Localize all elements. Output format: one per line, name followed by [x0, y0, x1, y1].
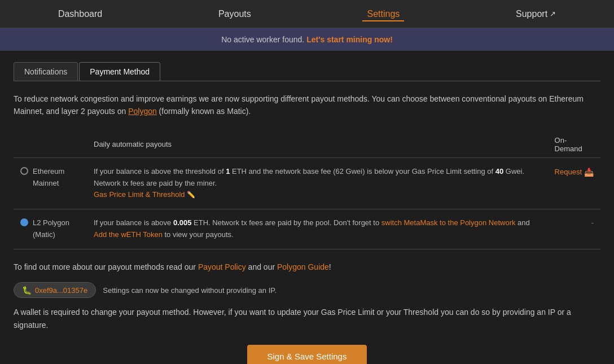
wallet-note: Settings can now be changed without prov…	[103, 286, 277, 295]
polygon-guide-link[interactable]: Polygon Guide	[277, 262, 329, 271]
method-label-ethereum: EthereumMainnet	[33, 166, 64, 190]
description-polygon: If your balance is above 0.005 ETH. Netw…	[87, 209, 548, 249]
nav-support[interactable]: Support ↗	[511, 7, 560, 21]
save-settings-button[interactable]: Sign & Save Settings	[247, 345, 367, 364]
table-row: EthereumMainnet If your balance is above…	[14, 157, 600, 209]
description-ethereum: If your balance is above the threshold o…	[87, 157, 548, 209]
method-ethereum: EthereumMainnet	[14, 157, 87, 209]
col-header-demand: On-Demand	[548, 131, 600, 158]
demand-polygon: -	[548, 209, 600, 249]
main-content: Notifications Payment Method To reduce n…	[0, 51, 614, 364]
method-polygon: L2 Polygon(Matic)	[14, 209, 87, 249]
nav-settings[interactable]: Settings	[362, 7, 404, 21]
intro-text: To reduce network congestion and improve…	[14, 93, 600, 118]
wallet-address: 0xef9a...01357e	[35, 286, 87, 295]
nav-payouts[interactable]: Payouts	[214, 7, 256, 21]
add-weth-link[interactable]: Add the wETH Token	[94, 230, 163, 239]
gas-price-link[interactable]: Gas Price Limit & Threshold	[94, 190, 185, 199]
tab-notifications[interactable]: Notifications	[14, 62, 78, 81]
warning-text: A wallet is required to change your payo…	[14, 306, 600, 331]
polygon-link[interactable]: Polygon	[128, 107, 157, 116]
edit-icon: ✏️	[187, 191, 195, 199]
demand-ethereum: Request 📥	[548, 157, 600, 209]
col-header-empty	[14, 131, 87, 158]
download-icon: 📥	[584, 166, 594, 178]
nav-dashboard[interactable]: Dashboard	[54, 7, 107, 21]
switch-metamask-link[interactable]: switch MetaMask to the Polygon Network	[381, 218, 516, 227]
button-container: Sign & Save Settings	[14, 345, 600, 364]
request-button[interactable]: Request 📥	[555, 166, 594, 178]
payout-table: Daily automatic payouts On-Demand Ethere…	[14, 131, 600, 249]
table-row: L2 Polygon(Matic) If your balance is abo…	[14, 209, 600, 249]
radio-polygon[interactable]	[20, 218, 28, 226]
settings-tabs: Notifications Payment Method	[14, 62, 600, 81]
radio-ethereum[interactable]	[20, 167, 28, 175]
footer-text: To find out more about our payout method…	[14, 261, 600, 273]
intro-text-after: (formally known as Matic).	[157, 107, 251, 116]
external-link-icon: ↗	[550, 10, 556, 18]
wallet-badge[interactable]: 🐛 0xef9a...01357e	[14, 282, 96, 298]
col-header-daily: Daily automatic payouts	[87, 131, 548, 158]
alert-bar: No active worker found. Let's start mini…	[0, 28, 614, 51]
payout-policy-link[interactable]: Payout Policy	[198, 262, 246, 271]
alert-link[interactable]: Let's start mining now!	[306, 35, 393, 44]
intro-text-before: To reduce network congestion and improve…	[14, 94, 584, 116]
top-navigation: Dashboard Payouts Settings Support ↗	[0, 0, 614, 28]
method-label-polygon: L2 Polygon(Matic)	[33, 217, 69, 241]
tab-payment-method[interactable]: Payment Method	[79, 62, 160, 81]
wallet-icon: 🐛	[22, 286, 32, 295]
alert-message: No active worker found.	[221, 35, 306, 44]
wallet-row: 🐛 0xef9a...01357e Settings can now be ch…	[14, 282, 600, 298]
